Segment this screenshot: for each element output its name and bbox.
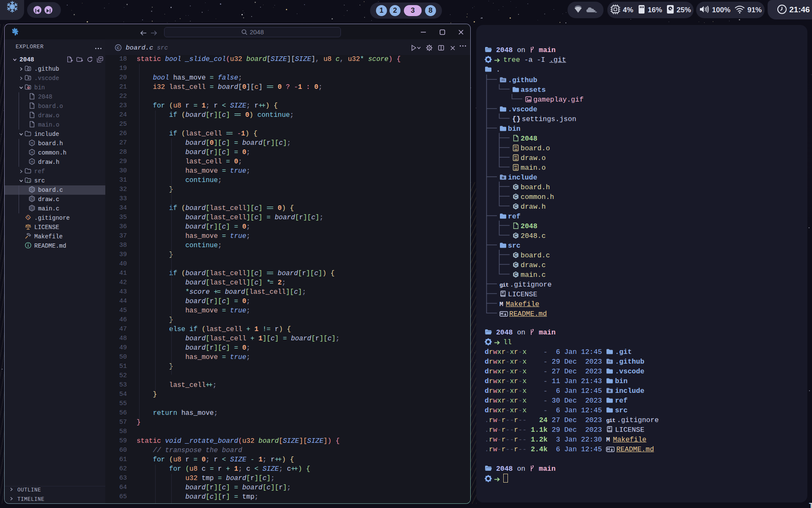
svg-text:H: H: [30, 160, 33, 164]
svg-text:10: 10: [514, 168, 518, 171]
svg-text:H: H: [30, 150, 33, 155]
svg-text:10: 10: [514, 158, 518, 161]
svg-text:C: C: [514, 233, 518, 238]
svg-text:C: C: [31, 206, 33, 210]
svg-text:C: C: [514, 194, 518, 199]
svg-text:C: C: [31, 197, 33, 201]
svg-text:H: H: [30, 141, 33, 145]
svg-text:C: C: [514, 204, 518, 209]
svg-text:(): (): [27, 179, 31, 183]
svg-text:10: 10: [514, 148, 518, 151]
svg-text:C: C: [514, 252, 518, 257]
svg-text:C: C: [514, 272, 518, 277]
svg-text:C: C: [514, 262, 518, 267]
svg-text:C: C: [31, 188, 33, 191]
svg-text:C: C: [117, 45, 120, 50]
svg-text:C: C: [514, 184, 518, 189]
